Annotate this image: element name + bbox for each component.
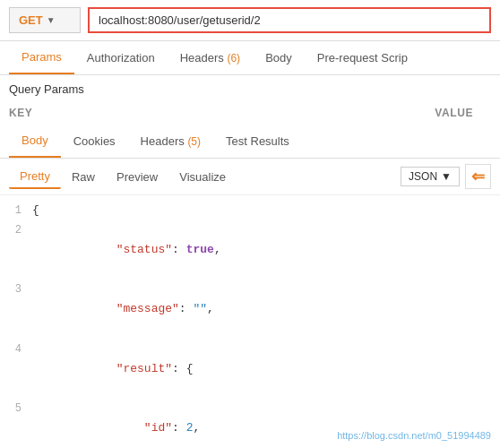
json-viewer: 1 { 2 "status": true, 3 "message": "", 4… [0, 195, 500, 448]
request-tabs: Params Authorization Headers (6) Body Pr… [0, 41, 500, 75]
method-select[interactable]: GET ▼ [9, 7, 81, 33]
url-input[interactable]: localhost:8080/user/getuserid/2 [88, 7, 491, 33]
fmt-pretty[interactable]: Pretty [9, 165, 61, 189]
top-bar: GET ▼ localhost:8080/user/getuserid/2 [0, 0, 500, 41]
json-format-select[interactable]: JSON ▼ [401, 167, 460, 186]
tab-params[interactable]: Params [9, 41, 74, 74]
tab-headers[interactable]: Headers (6) [168, 42, 253, 73]
query-params-label: Query Params [0, 75, 500, 103]
tab-response-body[interactable]: Body [9, 125, 61, 158]
watermark: https://blog.csdn.net/m0_51994489 [337, 430, 491, 441]
format-bar: Pretty Raw Preview Visualize JSON ▼ ⇐ [0, 159, 500, 195]
method-label: GET [19, 13, 43, 27]
tab-authorization[interactable]: Authorization [74, 42, 168, 73]
fmt-preview[interactable]: Preview [106, 166, 168, 188]
chevron-down-icon: ▼ [47, 15, 56, 25]
tab-cookies[interactable]: Cookies [61, 125, 128, 157]
chevron-down-icon: ▼ [441, 170, 452, 183]
tab-body[interactable]: Body [253, 42, 305, 73]
json-line: 2 "status": true, [0, 220, 500, 280]
tab-prerequest[interactable]: Pre-request Scrip [305, 42, 420, 73]
json-line: 1 { [0, 201, 500, 220]
json-line: 4 "result": { [0, 340, 500, 399]
json-line: 3 "message": "", [0, 280, 500, 339]
key-header: KEY [9, 107, 241, 119]
params-header: KEY VALUE [0, 103, 500, 123]
fmt-visualize[interactable]: Visualize [168, 166, 237, 188]
value-header: VALUE [241, 107, 491, 119]
format-options: JSON ▼ ⇐ [401, 164, 491, 189]
tab-test-results[interactable]: Test Results [213, 125, 302, 157]
tab-response-headers[interactable]: Headers (5) [128, 125, 213, 157]
fmt-raw[interactable]: Raw [61, 166, 106, 188]
wrap-icon[interactable]: ⇐ [465, 164, 491, 189]
response-tabs: Body Cookies Headers (5) Test Results [0, 125, 500, 159]
